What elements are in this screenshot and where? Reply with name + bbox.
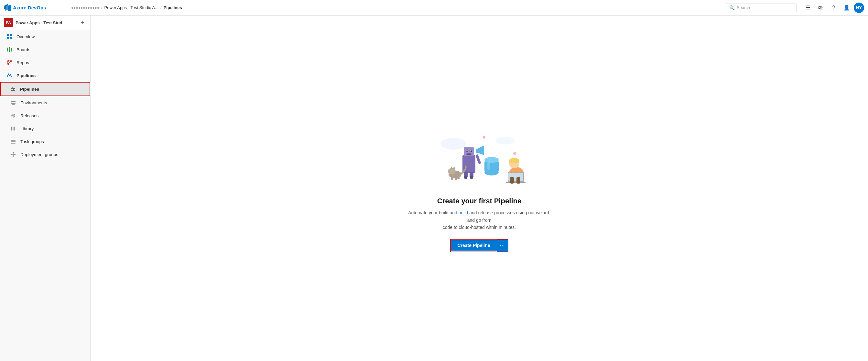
user-icon: 👤 xyxy=(843,4,850,11)
svg-rect-15 xyxy=(12,87,12,89)
svg-rect-69 xyxy=(510,177,514,184)
sidebar-item-library[interactable]: Library xyxy=(0,122,90,135)
svg-rect-13 xyxy=(11,88,15,89)
add-project-button[interactable]: + xyxy=(79,19,86,27)
bag-icon: 🛍 xyxy=(818,5,824,11)
breadcrumb: ●●●●●●●●●●●● / Power Apps - Test Studio … xyxy=(71,5,723,10)
svg-rect-26 xyxy=(11,141,16,142)
azure-devops-logo-icon xyxy=(4,4,11,11)
overview-icon xyxy=(6,33,12,40)
svg-rect-4 xyxy=(7,48,8,52)
build-link[interactable]: build xyxy=(459,210,468,215)
svg-rect-58 xyxy=(457,176,460,179)
notifications-button[interactable]: ☰ xyxy=(802,2,814,13)
sidebar-item-boards-label: Boards xyxy=(17,47,30,52)
search-box[interactable]: 🔍 Search xyxy=(726,4,797,12)
list-icon: ☰ xyxy=(806,4,810,11)
avatar-initials: NY xyxy=(856,5,862,10)
svg-rect-68 xyxy=(506,182,526,183)
svg-point-36 xyxy=(483,136,486,139)
search-icon: 🔍 xyxy=(729,5,735,10)
sidebar-item-library-label: Library xyxy=(20,126,34,131)
svg-rect-1 xyxy=(10,34,12,36)
breadcrumb-sep1: / xyxy=(101,5,102,10)
svg-point-7 xyxy=(7,60,9,62)
svg-rect-14 xyxy=(11,90,15,91)
svg-point-37 xyxy=(513,152,517,155)
project-name[interactable]: Power Apps - Test Stud... xyxy=(16,20,76,25)
releases-icon xyxy=(10,112,17,119)
svg-point-61 xyxy=(485,157,499,163)
sidebar-item-repos[interactable]: Repos xyxy=(0,56,90,69)
sidebar-item-environments-label: Environments xyxy=(20,100,47,105)
empty-state-actions: Create Pipeline ⋯ xyxy=(405,239,554,252)
svg-rect-2 xyxy=(7,37,9,39)
svg-rect-18 xyxy=(11,103,16,104)
svg-rect-17 xyxy=(11,101,16,102)
svg-point-8 xyxy=(10,60,12,62)
sidebar-item-pipelines-label: Pipelines xyxy=(20,87,39,92)
sidebar-item-pipelines-parent[interactable]: Pipelines xyxy=(0,69,90,82)
svg-rect-0 xyxy=(7,34,9,36)
sidebar-item-boards[interactable]: Boards xyxy=(0,43,90,56)
svg-rect-27 xyxy=(11,143,16,144)
help-button[interactable]: ? xyxy=(828,2,840,13)
svg-point-43 xyxy=(470,150,471,151)
deployment-groups-icon xyxy=(10,151,17,158)
svg-point-51 xyxy=(470,176,473,179)
content-area: Create your first Pipeline Automate your… xyxy=(91,16,868,361)
shopping-bag-button[interactable]: 🛍 xyxy=(815,2,827,13)
svg-rect-57 xyxy=(455,177,457,180)
svg-point-50 xyxy=(464,176,467,179)
svg-rect-6 xyxy=(11,48,12,52)
empty-state-description: Automate your build and build and releas… xyxy=(405,209,554,231)
breadcrumb-project[interactable]: Power Apps - Test Studio A... xyxy=(104,5,158,10)
svg-rect-5 xyxy=(9,47,10,52)
sidebar-item-releases-label: Releases xyxy=(20,113,38,118)
main-layout: PA Power Apps - Test Stud... + Overview xyxy=(0,16,868,361)
breadcrumb-sep2: / xyxy=(160,5,162,10)
svg-rect-23 xyxy=(12,127,13,131)
environments-icon xyxy=(10,100,17,106)
search-label: Search xyxy=(737,5,750,10)
empty-state: Create your first Pipeline Automate your… xyxy=(398,118,560,258)
sidebar-item-task-groups-label: Task groups xyxy=(20,139,44,144)
sidebar-item-environments[interactable]: Environments xyxy=(0,96,90,109)
avatar-button[interactable]: NY xyxy=(854,3,864,13)
sidebar-item-releases[interactable]: Releases xyxy=(0,109,90,122)
sidebar-item-pipelines[interactable]: Pipelines xyxy=(0,82,90,96)
empty-state-title: Create your first Pipeline xyxy=(405,197,554,205)
create-pipeline-button[interactable]: Create Pipeline xyxy=(451,240,496,251)
topbar: Azure DevOps ●●●●●●●●●●●● / Power Apps -… xyxy=(0,0,868,16)
sidebar-item-overview[interactable]: Overview xyxy=(0,30,90,43)
user-settings-button[interactable]: 👤 xyxy=(841,2,852,13)
task-groups-icon xyxy=(10,138,17,145)
svg-point-35 xyxy=(495,137,515,144)
svg-rect-22 xyxy=(11,127,12,131)
svg-rect-3 xyxy=(10,37,12,39)
svg-rect-19 xyxy=(12,104,15,105)
more-options-button[interactable]: ⋯ xyxy=(497,240,508,252)
svg-marker-55 xyxy=(453,166,455,169)
help-icon: ? xyxy=(832,5,835,11)
svg-rect-25 xyxy=(11,140,16,141)
svg-rect-45 xyxy=(475,155,481,164)
project-icon: PA xyxy=(4,18,13,27)
plus-icon: + xyxy=(81,20,84,26)
svg-rect-24 xyxy=(14,127,15,131)
svg-rect-16 xyxy=(13,89,14,90)
svg-rect-62 xyxy=(487,162,490,170)
sidebar-header: PA Power Apps - Test Stud... + xyxy=(0,16,90,30)
brand[interactable]: Azure DevOps xyxy=(4,4,68,11)
pipelines-sub-icon xyxy=(10,86,16,92)
svg-point-65 xyxy=(509,158,519,163)
svg-rect-47 xyxy=(476,148,478,153)
breadcrumb-page: Pipelines xyxy=(164,5,182,10)
sidebar-item-deployment-groups[interactable]: Deployment groups xyxy=(0,148,90,161)
pipeline-illustration xyxy=(428,124,531,189)
brand-title: Azure DevOps xyxy=(13,5,46,10)
sidebar-item-overview-label: Overview xyxy=(17,34,35,39)
breadcrumb-org: ●●●●●●●●●●●● xyxy=(71,5,99,10)
sidebar-item-task-groups[interactable]: Task groups xyxy=(0,135,90,148)
svg-point-31 xyxy=(12,156,14,157)
